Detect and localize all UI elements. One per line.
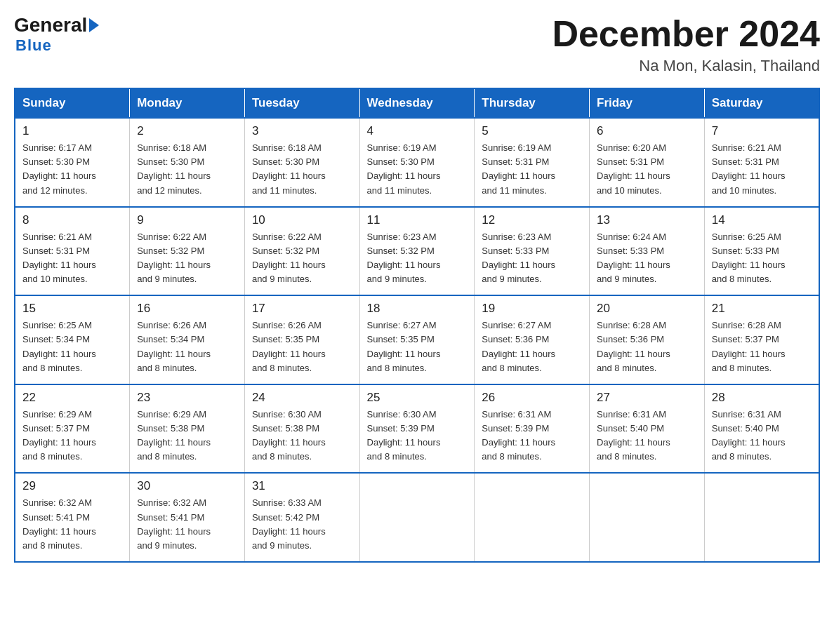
day-number: 23 xyxy=(137,391,237,405)
calendar-cell: 28 Sunrise: 6:31 AM Sunset: 5:40 PM Dayl… xyxy=(704,384,819,474)
day-info: Sunrise: 6:20 AM Sunset: 5:31 PM Dayligh… xyxy=(597,141,697,198)
calendar-table: SundayMondayTuesdayWednesdayThursdayFrid… xyxy=(14,88,820,563)
day-info: Sunrise: 6:33 AM Sunset: 5:42 PM Dayligh… xyxy=(252,496,352,553)
month-title: December 2024 xyxy=(552,14,820,54)
day-number: 20 xyxy=(597,302,697,316)
day-number: 16 xyxy=(137,302,237,316)
day-number: 31 xyxy=(252,479,352,493)
calendar-cell: 5 Sunrise: 6:19 AM Sunset: 5:31 PM Dayli… xyxy=(475,118,590,207)
calendar-week-row-5: 29 Sunrise: 6:32 AM Sunset: 5:41 PM Dayl… xyxy=(15,473,819,562)
calendar-header-sunday: Sunday xyxy=(15,88,130,118)
calendar-cell: 30 Sunrise: 6:32 AM Sunset: 5:41 PM Dayl… xyxy=(130,473,245,562)
day-number: 14 xyxy=(712,213,812,227)
day-info: Sunrise: 6:29 AM Sunset: 5:37 PM Dayligh… xyxy=(22,408,122,464)
calendar-cell: 12 Sunrise: 6:23 AM Sunset: 5:33 PM Dayl… xyxy=(475,207,590,296)
day-info: Sunrise: 6:32 AM Sunset: 5:41 PM Dayligh… xyxy=(22,496,122,553)
day-info: Sunrise: 6:28 AM Sunset: 5:36 PM Dayligh… xyxy=(597,318,697,375)
logo: General xyxy=(14,14,101,36)
calendar-cell: 6 Sunrise: 6:20 AM Sunset: 5:31 PM Dayli… xyxy=(590,118,705,207)
calendar-cell: 20 Sunrise: 6:28 AM Sunset: 5:36 PM Dayl… xyxy=(590,295,705,384)
day-info: Sunrise: 6:23 AM Sunset: 5:33 PM Dayligh… xyxy=(482,230,582,287)
calendar-cell: 9 Sunrise: 6:22 AM Sunset: 5:32 PM Dayli… xyxy=(130,207,245,296)
calendar-cell: 1 Sunrise: 6:17 AM Sunset: 5:30 PM Dayli… xyxy=(15,118,130,207)
calendar-cell xyxy=(359,473,475,562)
day-number: 21 xyxy=(712,302,812,316)
day-number: 24 xyxy=(252,391,352,405)
calendar-header-wednesday: Wednesday xyxy=(359,88,475,118)
day-number: 12 xyxy=(482,213,582,227)
calendar-cell: 13 Sunrise: 6:24 AM Sunset: 5:33 PM Dayl… xyxy=(590,207,705,296)
day-info: Sunrise: 6:29 AM Sunset: 5:38 PM Dayligh… xyxy=(137,408,237,464)
day-number: 18 xyxy=(367,302,468,316)
calendar-week-row-1: 1 Sunrise: 6:17 AM Sunset: 5:30 PM Dayli… xyxy=(15,118,819,207)
calendar-cell: 11 Sunrise: 6:23 AM Sunset: 5:32 PM Dayl… xyxy=(359,207,475,296)
day-number: 7 xyxy=(712,124,812,138)
calendar-cell: 4 Sunrise: 6:19 AM Sunset: 5:30 PM Dayli… xyxy=(359,118,475,207)
calendar-cell: 8 Sunrise: 6:21 AM Sunset: 5:31 PM Dayli… xyxy=(15,207,130,296)
day-number: 25 xyxy=(367,391,468,405)
day-info: Sunrise: 6:31 AM Sunset: 5:40 PM Dayligh… xyxy=(712,408,812,464)
day-number: 22 xyxy=(22,391,122,405)
calendar-cell: 29 Sunrise: 6:32 AM Sunset: 5:41 PM Dayl… xyxy=(15,473,130,562)
day-number: 6 xyxy=(597,124,697,138)
day-info: Sunrise: 6:31 AM Sunset: 5:39 PM Dayligh… xyxy=(482,408,582,464)
day-info: Sunrise: 6:19 AM Sunset: 5:31 PM Dayligh… xyxy=(482,141,582,198)
calendar-cell: 21 Sunrise: 6:28 AM Sunset: 5:37 PM Dayl… xyxy=(704,295,819,384)
day-number: 19 xyxy=(482,302,582,316)
day-info: Sunrise: 6:21 AM Sunset: 5:31 PM Dayligh… xyxy=(712,141,812,198)
logo-area: General Blue xyxy=(14,14,101,55)
calendar-header-monday: Monday xyxy=(130,88,245,118)
day-info: Sunrise: 6:26 AM Sunset: 5:34 PM Dayligh… xyxy=(137,318,237,375)
day-info: Sunrise: 6:19 AM Sunset: 5:30 PM Dayligh… xyxy=(367,141,468,198)
calendar-cell: 7 Sunrise: 6:21 AM Sunset: 5:31 PM Dayli… xyxy=(704,118,819,207)
day-info: Sunrise: 6:21 AM Sunset: 5:31 PM Dayligh… xyxy=(22,230,122,287)
calendar-cell xyxy=(704,473,819,562)
day-info: Sunrise: 6:22 AM Sunset: 5:32 PM Dayligh… xyxy=(137,230,237,287)
day-number: 10 xyxy=(252,213,352,227)
calendar-header-saturday: Saturday xyxy=(704,88,819,118)
calendar-cell: 31 Sunrise: 6:33 AM Sunset: 5:42 PM Dayl… xyxy=(244,473,359,562)
logo-general-text: General xyxy=(14,14,87,36)
day-number: 8 xyxy=(22,213,122,227)
logo-triangle-icon xyxy=(89,18,99,32)
day-number: 5 xyxy=(482,124,582,138)
day-number: 11 xyxy=(367,213,468,227)
day-info: Sunrise: 6:30 AM Sunset: 5:38 PM Dayligh… xyxy=(252,408,352,464)
day-info: Sunrise: 6:26 AM Sunset: 5:35 PM Dayligh… xyxy=(252,318,352,375)
location-title: Na Mon, Kalasin, Thailand xyxy=(552,57,820,75)
calendar-header-row: SundayMondayTuesdayWednesdayThursdayFrid… xyxy=(15,88,819,118)
calendar-cell xyxy=(590,473,705,562)
day-info: Sunrise: 6:27 AM Sunset: 5:35 PM Dayligh… xyxy=(367,318,468,375)
day-info: Sunrise: 6:23 AM Sunset: 5:32 PM Dayligh… xyxy=(367,230,468,287)
day-info: Sunrise: 6:28 AM Sunset: 5:37 PM Dayligh… xyxy=(712,318,812,375)
day-number: 4 xyxy=(367,124,468,138)
calendar-week-row-3: 15 Sunrise: 6:25 AM Sunset: 5:34 PM Dayl… xyxy=(15,295,819,384)
day-number: 28 xyxy=(712,391,812,405)
calendar-cell: 2 Sunrise: 6:18 AM Sunset: 5:30 PM Dayli… xyxy=(130,118,245,207)
day-number: 2 xyxy=(137,124,237,138)
day-number: 17 xyxy=(252,302,352,316)
day-info: Sunrise: 6:24 AM Sunset: 5:33 PM Dayligh… xyxy=(597,230,697,287)
calendar-header-thursday: Thursday xyxy=(475,88,590,118)
calendar-cell: 19 Sunrise: 6:27 AM Sunset: 5:36 PM Dayl… xyxy=(475,295,590,384)
calendar-cell: 27 Sunrise: 6:31 AM Sunset: 5:40 PM Dayl… xyxy=(590,384,705,474)
calendar-cell: 25 Sunrise: 6:30 AM Sunset: 5:39 PM Dayl… xyxy=(359,384,475,474)
day-info: Sunrise: 6:25 AM Sunset: 5:33 PM Dayligh… xyxy=(712,230,812,287)
day-info: Sunrise: 6:17 AM Sunset: 5:30 PM Dayligh… xyxy=(22,141,122,198)
calendar-week-row-4: 22 Sunrise: 6:29 AM Sunset: 5:37 PM Dayl… xyxy=(15,384,819,474)
day-number: 30 xyxy=(137,479,237,493)
day-info: Sunrise: 6:32 AM Sunset: 5:41 PM Dayligh… xyxy=(137,496,237,553)
calendar-cell: 10 Sunrise: 6:22 AM Sunset: 5:32 PM Dayl… xyxy=(244,207,359,296)
calendar-cell: 18 Sunrise: 6:27 AM Sunset: 5:35 PM Dayl… xyxy=(359,295,475,384)
day-number: 3 xyxy=(252,124,352,138)
day-number: 13 xyxy=(597,213,697,227)
calendar-cell: 24 Sunrise: 6:30 AM Sunset: 5:38 PM Dayl… xyxy=(244,384,359,474)
day-info: Sunrise: 6:30 AM Sunset: 5:39 PM Dayligh… xyxy=(367,408,468,464)
day-number: 29 xyxy=(22,479,122,493)
calendar-cell: 16 Sunrise: 6:26 AM Sunset: 5:34 PM Dayl… xyxy=(130,295,245,384)
day-info: Sunrise: 6:18 AM Sunset: 5:30 PM Dayligh… xyxy=(252,141,352,198)
calendar-cell: 23 Sunrise: 6:29 AM Sunset: 5:38 PM Dayl… xyxy=(130,384,245,474)
calendar-week-row-2: 8 Sunrise: 6:21 AM Sunset: 5:31 PM Dayli… xyxy=(15,207,819,296)
day-info: Sunrise: 6:18 AM Sunset: 5:30 PM Dayligh… xyxy=(137,141,237,198)
day-info: Sunrise: 6:31 AM Sunset: 5:40 PM Dayligh… xyxy=(597,408,697,464)
